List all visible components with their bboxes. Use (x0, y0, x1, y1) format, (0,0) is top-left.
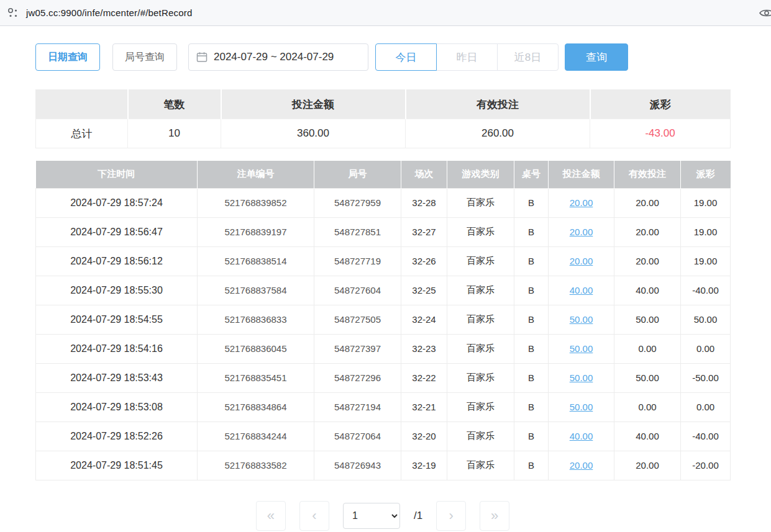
cell-table: B (514, 392, 549, 422)
bet-table-body: 2024-07-29 18:57:24521768839852548727959… (36, 188, 731, 480)
preview-eye-icon[interactable] (759, 5, 771, 24)
cell-payout: 0.00 (681, 334, 731, 363)
double-chevron-right-icon: » (491, 508, 498, 524)
cell-bet_no: 521768836833 (198, 305, 314, 334)
cell-game: 百家乐 (447, 276, 514, 305)
bet-table-header-4: 游戏类别 (447, 161, 514, 188)
table-row: 2024-07-29 18:52:26521768834244548727064… (36, 422, 731, 451)
cell-valid: 0.00 (614, 334, 681, 363)
cell-amount: 50.00 (549, 363, 614, 392)
chevron-left-icon: ‹ (312, 508, 316, 524)
summary-count-value: 10 (128, 119, 221, 148)
cell-payout: 19.00 (681, 246, 731, 276)
cell-amount: 20.00 (549, 451, 614, 480)
cell-payout: -40.00 (681, 276, 731, 305)
cell-amount: 40.00 (549, 422, 614, 451)
table-row: 2024-07-29 18:54:16521768836045548727397… (36, 334, 731, 363)
cell-round_no: 548727194 (314, 392, 401, 422)
bet-table-header-8: 派彩 (681, 161, 731, 188)
cell-time: 2024-07-29 18:57:24 (36, 188, 198, 217)
yesterday-button[interactable]: 昨日 (436, 43, 498, 71)
summary-header-blank (36, 90, 128, 119)
search-button[interactable]: 查询 (565, 43, 628, 71)
cell-payout: 0.00 (681, 392, 731, 422)
round-query-button[interactable]: 局号查询 (112, 43, 177, 71)
cell-valid: 20.00 (614, 217, 681, 246)
cell-game: 百家乐 (447, 363, 514, 392)
table-row: 2024-07-29 18:57:24521768839852548727959… (36, 188, 731, 217)
table-row: 2024-07-29 18:51:45521768833582548726943… (36, 451, 731, 480)
bet-amount-link[interactable]: 50.00 (570, 402, 593, 412)
cell-bet_no: 521768836045 (198, 334, 314, 363)
last8days-button[interactable]: 近8日 (497, 43, 559, 71)
cell-table: B (514, 217, 549, 246)
cell-round_no: 548726943 (314, 451, 401, 480)
bet-amount-link[interactable]: 20.00 (570, 256, 593, 266)
first-page-button[interactable]: « (256, 501, 286, 531)
table-row: 2024-07-29 18:53:43521768835451548727296… (36, 363, 731, 392)
cell-round_no: 548727604 (314, 276, 401, 305)
bet-table-header-5: 桌号 (514, 161, 549, 188)
cell-table: B (514, 276, 549, 305)
bet-amount-link[interactable]: 50.00 (570, 372, 593, 383)
cell-session: 32-23 (401, 334, 447, 363)
summary-header-bet-amount: 投注金额 (221, 90, 406, 119)
cell-amount: 50.00 (549, 334, 614, 363)
cell-payout: 19.00 (681, 217, 731, 246)
cell-game: 百家乐 (447, 451, 514, 480)
cell-table: B (514, 334, 549, 363)
cell-payout: -20.00 (681, 451, 731, 480)
cell-time: 2024-07-29 18:53:43 (36, 363, 198, 392)
cell-round_no: 548727505 (314, 305, 401, 334)
bet-amount-link[interactable]: 20.00 (570, 460, 593, 471)
summary-payout-value: -43.00 (590, 119, 731, 148)
next-page-button[interactable]: › (436, 501, 466, 531)
page-select[interactable]: 1 (343, 503, 400, 529)
quick-date-button-group: 今日 昨日 近8日 (375, 43, 559, 71)
bet-table-header-2: 局号 (314, 161, 401, 188)
cell-session: 32-24 (401, 305, 447, 334)
cell-game: 百家乐 (447, 422, 514, 451)
cell-valid: 20.00 (614, 451, 681, 480)
bet-amount-link[interactable]: 20.00 (570, 227, 593, 237)
bet-amount-link[interactable]: 50.00 (570, 314, 593, 325)
summary-total-row: 总计 10 360.00 260.00 -43.00 (36, 119, 731, 148)
tab-groups-icon[interactable] (5, 5, 21, 21)
cell-session: 32-27 (401, 217, 447, 246)
bet-amount-link[interactable]: 20.00 (570, 197, 593, 208)
cell-session: 32-20 (401, 422, 447, 451)
cell-session: 32-19 (401, 451, 447, 480)
prev-page-button[interactable]: ‹ (299, 501, 329, 531)
bet-amount-link[interactable]: 50.00 (570, 343, 593, 354)
chevron-right-icon: › (449, 508, 453, 524)
cell-amount: 20.00 (549, 246, 614, 276)
cell-session: 32-28 (401, 188, 447, 217)
table-row: 2024-07-29 18:56:12521768838514548727719… (36, 246, 731, 276)
query-toolbar: 日期查询 局号查询 2024-07-29 ~ 2024-07-29 今日 昨日 … (35, 43, 730, 71)
bet-table-header-7: 有效投注 (614, 161, 681, 188)
bet-table-header-3: 场次 (401, 161, 447, 188)
cell-game: 百家乐 (447, 305, 514, 334)
bet-record-page: 日期查询 局号查询 2024-07-29 ~ 2024-07-29 今日 昨日 … (0, 26, 771, 531)
date-query-button[interactable]: 日期查询 (35, 43, 100, 71)
last-page-button[interactable]: » (480, 501, 509, 531)
cell-valid: 40.00 (614, 422, 681, 451)
page-total-label: /1 (414, 510, 422, 522)
cell-valid: 50.00 (614, 305, 681, 334)
cell-time: 2024-07-29 18:51:45 (36, 451, 198, 480)
bet-amount-link[interactable]: 40.00 (570, 431, 593, 441)
summary-header-valid-bet: 有效投注 (406, 90, 590, 119)
summary-header-payout: 派彩 (590, 90, 731, 119)
summary-table: 笔数 投注金额 有效投注 派彩 总计 10 360.00 260.00 -43.… (35, 89, 731, 148)
url-text[interactable]: jw05.cc:9900/infe/mcenter/#/betRecord (26, 7, 193, 18)
cell-valid: 0.00 (614, 392, 681, 422)
cell-round_no: 548727851 (314, 217, 401, 246)
cell-session: 32-25 (401, 276, 447, 305)
cell-payout: -40.00 (681, 422, 731, 451)
bet-amount-link[interactable]: 40.00 (570, 285, 593, 295)
cell-round_no: 548727397 (314, 334, 401, 363)
today-button[interactable]: 今日 (375, 43, 437, 71)
date-range-picker[interactable]: 2024-07-29 ~ 2024-07-29 (188, 43, 368, 71)
bet-table-header-0: 下注时间 (36, 161, 198, 188)
cell-payout: 50.00 (681, 305, 731, 334)
